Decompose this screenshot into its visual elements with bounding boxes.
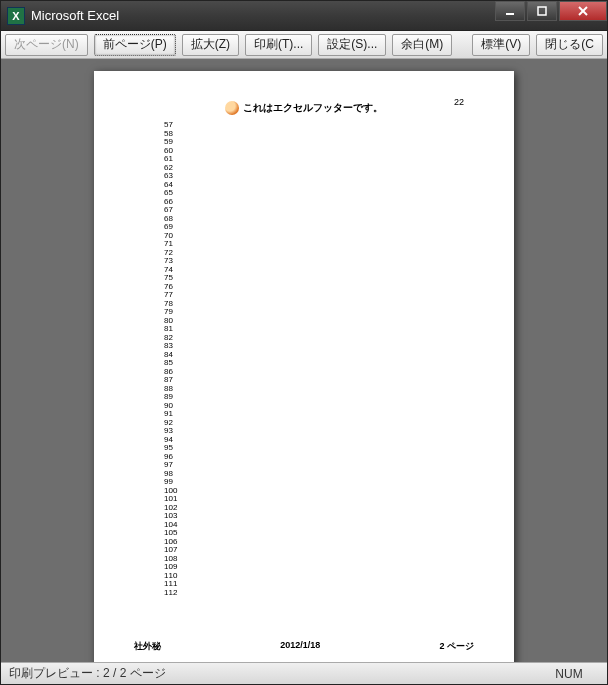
row-number: 70 (164, 232, 474, 241)
row-number: 96 (164, 453, 474, 462)
excel-icon: X (7, 7, 25, 25)
row-number: 68 (164, 215, 474, 224)
normal-view-button[interactable]: 標準(V) (472, 34, 530, 56)
row-number: 88 (164, 385, 474, 394)
row-number: 64 (164, 181, 474, 190)
header-image-icon (225, 101, 239, 115)
row-number: 100 (164, 487, 474, 496)
row-number: 101 (164, 495, 474, 504)
row-number: 91 (164, 410, 474, 419)
row-number: 89 (164, 393, 474, 402)
row-number: 84 (164, 351, 474, 360)
row-number: 76 (164, 283, 474, 292)
row-number: 80 (164, 317, 474, 326)
preview-page: 22 これはエクセルフッターです。 5758596061626364656667… (94, 71, 514, 662)
row-number: 61 (164, 155, 474, 164)
row-number: 82 (164, 334, 474, 343)
window-title: Microsoft Excel (31, 8, 493, 23)
row-number: 99 (164, 478, 474, 487)
row-number: 97 (164, 461, 474, 470)
close-button[interactable] (559, 1, 607, 21)
row-number: 75 (164, 274, 474, 283)
svg-rect-1 (538, 7, 546, 15)
page-header: これはエクセルフッターです。 (134, 101, 474, 115)
row-number: 93 (164, 427, 474, 436)
close-preview-button[interactable]: 閉じる(C (536, 34, 603, 56)
status-text: 印刷プレビュー : 2 / 2 ページ (9, 665, 539, 682)
row-number: 74 (164, 266, 474, 275)
row-number: 87 (164, 376, 474, 385)
row-numbers-column: 5758596061626364656667686970717273747576… (164, 121, 474, 597)
page-header-text: これはエクセルフッターです。 (243, 101, 383, 115)
row-number: 60 (164, 147, 474, 156)
app-window: X Microsoft Excel 次ページ(N) 前ページ(P) 拡大(Z) … (0, 0, 608, 685)
row-number: 59 (164, 138, 474, 147)
row-number: 81 (164, 325, 474, 334)
num-lock-indicator: NUM (539, 667, 599, 681)
row-number: 102 (164, 504, 474, 513)
row-number: 57 (164, 121, 474, 130)
setup-button[interactable]: 設定(S)... (318, 34, 386, 56)
row-number: 63 (164, 172, 474, 181)
row-number: 107 (164, 546, 474, 555)
row-number: 112 (164, 589, 474, 598)
prev-page-button[interactable]: 前ページ(P) (94, 34, 176, 56)
row-number: 109 (164, 563, 474, 572)
row-number: 78 (164, 300, 474, 309)
next-page-button[interactable]: 次ページ(N) (5, 34, 88, 56)
row-number: 66 (164, 198, 474, 207)
preview-workspace[interactable]: 22 これはエクセルフッターです。 5758596061626364656667… (1, 59, 607, 662)
row-number: 83 (164, 342, 474, 351)
row-number: 85 (164, 359, 474, 368)
row-number: 92 (164, 419, 474, 428)
row-number: 73 (164, 257, 474, 266)
row-number: 104 (164, 521, 474, 530)
row-number: 69 (164, 223, 474, 232)
row-number: 111 (164, 580, 474, 589)
row-number: 95 (164, 444, 474, 453)
footer-center: 2012/1/18 (280, 640, 320, 653)
row-number: 98 (164, 470, 474, 479)
maximize-button[interactable] (527, 1, 557, 21)
footer-right: 2 ページ (439, 640, 474, 653)
row-number: 108 (164, 555, 474, 564)
zoom-button[interactable]: 拡大(Z) (182, 34, 239, 56)
row-number: 72 (164, 249, 474, 258)
row-number: 77 (164, 291, 474, 300)
title-bar: X Microsoft Excel (1, 1, 607, 31)
margins-button[interactable]: 余白(M) (392, 34, 452, 56)
minimize-button[interactable] (495, 1, 525, 21)
row-number: 86 (164, 368, 474, 377)
page-number-top: 22 (454, 97, 464, 107)
row-number: 103 (164, 512, 474, 521)
row-number: 67 (164, 206, 474, 215)
row-number: 71 (164, 240, 474, 249)
footer-left: 社外秘 (134, 640, 161, 653)
row-number: 94 (164, 436, 474, 445)
window-controls (493, 1, 607, 21)
row-number: 105 (164, 529, 474, 538)
row-number: 90 (164, 402, 474, 411)
row-number: 79 (164, 308, 474, 317)
print-button[interactable]: 印刷(T)... (245, 34, 312, 56)
row-number: 62 (164, 164, 474, 173)
row-number: 58 (164, 130, 474, 139)
row-number: 65 (164, 189, 474, 198)
page-footer: 社外秘 2012/1/18 2 ページ (134, 640, 474, 653)
status-bar: 印刷プレビュー : 2 / 2 ページ NUM (1, 662, 607, 684)
row-number: 110 (164, 572, 474, 581)
toolbar: 次ページ(N) 前ページ(P) 拡大(Z) 印刷(T)... 設定(S)... … (1, 31, 607, 59)
row-number: 106 (164, 538, 474, 547)
